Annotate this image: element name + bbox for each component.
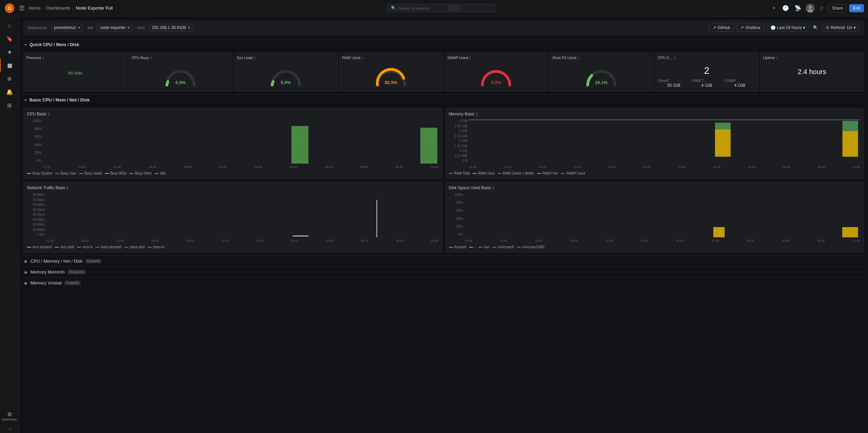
sidebar-item-home[interactable]: ⌂ <box>0 19 19 32</box>
busy-user-dot <box>55 173 59 174</box>
host-arrow-icon: ▾ <box>188 25 190 30</box>
legend-busy-other: Busy Other <box>129 171 152 175</box>
gauge-grid: Pressure ℹ No data CPU Busy ℹ <box>23 53 864 92</box>
network-basic-legend: recv docker0 recv eth0 recv lo trans doc… <box>27 245 439 249</box>
search-placeholder: Search or jump to... <box>399 6 431 10</box>
network-basic-y-axis: 80 Mb/s 70 Mb/s 60 Mb/s 50 Mb/s 40 Mb/s … <box>27 193 45 243</box>
avatar[interactable] <box>805 3 815 13</box>
sidebar-item-dashboards[interactable]: ▦ <box>0 59 19 72</box>
dashboard-toolbar: Datasource prometheus ▾ Job node exporte… <box>23 20 864 35</box>
history-icon[interactable]: 🕐 <box>781 3 790 13</box>
busy-iowait-dot <box>79 173 83 174</box>
recv-lo-dot <box>77 247 81 248</box>
collapsed3-badge: 4 panels <box>64 281 81 285</box>
refresh-icon: ↻ <box>826 25 829 30</box>
swap-info-icon[interactable]: ℹ <box>724 79 725 83</box>
topbar: G ☰ Home › Dashboards › Node Exporter Fu… <box>0 0 868 16</box>
toolbar-right: ↗ GitHub ↗ Grafana 🕐 Last 24 hours ▾ 🔍 ↻… <box>709 24 859 32</box>
sidebar-item-bookmarks[interactable]: 🔖 <box>0 32 19 45</box>
github-button[interactable]: ↗ GitHub <box>709 24 734 32</box>
administration-label: Administration <box>2 418 17 421</box>
rootf-info-icon[interactable]: ℹ <box>658 79 659 83</box>
legend-root: / <box>469 245 476 249</box>
pressure-info-icon[interactable]: ℹ <box>43 56 44 60</box>
disk-space-legend: /boot/efi / /run /run/user/0 <box>449 245 860 249</box>
ram-t-info-icon[interactable]: ℹ <box>691 79 692 83</box>
datasource-select[interactable]: prometheus ▾ <box>51 24 83 32</box>
cpu-basic-y-axis: 100% 80% 60% 40% 20% 0% <box>27 119 41 169</box>
quick-section-header[interactable]: ▾ Quick CPU / Mem / Disk <box>23 39 864 50</box>
busy-system-dot <box>27 173 31 174</box>
ram-t-value: 4 GiB <box>691 83 723 88</box>
zoom-out-icon[interactable]: 🔍 <box>812 24 819 31</box>
cpu-busy-title: CPU Busy ℹ <box>132 56 229 60</box>
memory-vmstat-section[interactable]: ▶ Memory Vmstat 4 panels <box>23 277 864 288</box>
legend-trans-lo: trans lo <box>148 245 164 249</box>
cpu-busy-info-icon[interactable]: ℹ <box>150 56 152 60</box>
share-button[interactable]: Share <box>828 4 846 12</box>
sidebar-item-starred[interactable]: ★ <box>0 45 19 59</box>
github-label: GitHub <box>718 25 730 30</box>
sidebar-item-explore[interactable]: ⊕ <box>0 72 19 85</box>
search-box[interactable]: 🔍 Search or jump to... ctrl+k <box>387 4 496 12</box>
swap-used-info-icon[interactable]: ℹ <box>469 56 471 60</box>
swap-used-gauge: 0.0% <box>448 61 545 88</box>
rootf-value: 35 GiB <box>658 83 690 88</box>
cpu-cores-info-icon[interactable]: ℹ <box>674 56 676 60</box>
legend-swap-used: SWAP Used <box>561 171 585 175</box>
svg-text:82.5%: 82.5% <box>385 80 397 85</box>
job-select[interactable]: node exporter ▾ <box>97 24 133 32</box>
legend-busy-irqs: Busy IRQs <box>105 171 127 175</box>
sys-load-card: Sys Load ℹ 0.0% <box>234 53 338 92</box>
hamburger-icon[interactable]: ☰ <box>18 3 26 13</box>
administration-icon: ⚙ <box>7 411 12 418</box>
sidebar-collapse-btn[interactable]: ◁ <box>0 424 19 433</box>
network-basic-card: Network Traffic Basic ℹ 80 Mb/s 70 Mb/s … <box>23 182 442 253</box>
grafana-label: Grafana <box>745 25 760 30</box>
refresh-button[interactable]: ↻ Refresh 1m ▾ <box>822 24 859 32</box>
grafana-button[interactable]: ↗ Grafana <box>737 24 764 32</box>
svg-point-4 <box>807 9 813 13</box>
svg-rect-17 <box>420 128 438 164</box>
trans-eth0-dot <box>124 247 128 248</box>
edit-button[interactable]: Edit <box>849 4 864 12</box>
sidebar-item-administration[interactable]: ⚙ Administration <box>0 408 19 424</box>
bookmarks-icon: 🔖 <box>6 36 13 42</box>
host-select[interactable]: 192.168.1.30:9100 ▾ <box>149 24 193 32</box>
cpu-memory-net-disk-section[interactable]: ▶ CPU / Memory / Net / Disk 8 panels <box>23 255 864 266</box>
svg-rect-27 <box>842 121 858 131</box>
memory-basic-chart-body: 12:00 14:00 16:00 18:00 20:00 22:00 00:0… <box>469 119 860 169</box>
cpu-basic-card: CPU Basic ℹ 100% 80% 60% 40% 20% 0% <box>23 108 442 179</box>
sidebar-item-alerting[interactable]: 🔔 <box>0 85 19 99</box>
ram-cache-dot <box>497 173 502 174</box>
search-shortcut: ctrl+k <box>448 5 459 11</box>
layout: ⌂ 🔖 ★ ▦ ⊕ 🔔 ⊞ ⚙ Administration ◁ <box>0 16 868 433</box>
breadcrumb-home[interactable]: Home <box>29 5 41 11</box>
legend-busy-system: Busy System <box>27 171 52 175</box>
network-basic-info-icon[interactable]: ℹ <box>67 185 68 190</box>
star-icon[interactable]: ☆ <box>818 3 825 13</box>
uptime-info-icon[interactable]: ℹ <box>776 56 778 60</box>
memory-basic-info-icon[interactable]: ℹ <box>476 112 478 116</box>
breadcrumb-dashboards[interactable]: Dashboards <box>46 5 70 11</box>
pressure-card: Pressure ℹ No data <box>23 53 127 92</box>
memory-meminfo-section[interactable]: ▶ Memory Meminfo 15 panels <box>23 266 864 277</box>
plus-icon[interactable]: ＋ <box>770 3 778 13</box>
swap-used-dot <box>561 173 565 174</box>
ram-used-info-icon[interactable]: ℹ <box>362 56 363 60</box>
breadcrumb: Home › Dashboards › Node Exporter Full <box>29 5 113 11</box>
basic-section-header[interactable]: ▾ Basic CPU / Mem / Net / Disk <box>23 94 864 105</box>
cpu-basic-info-icon[interactable]: ℹ <box>48 112 50 116</box>
cpu-basic-chart-wrapper: 100% 80% 60% 40% 20% 0% <box>27 119 439 169</box>
disk-space-info-icon[interactable]: ℹ <box>493 185 494 190</box>
time-range-selector[interactable]: 🕐 Last 24 hours ▾ <box>767 24 809 32</box>
sidebar-item-connections[interactable]: ⊞ <box>0 99 19 112</box>
legend-ram-free: RAM Free <box>537 171 558 175</box>
rootfs-used-info-icon[interactable]: ℹ <box>577 56 579 60</box>
run-user-1000-dot <box>517 247 521 248</box>
sidebar: ⌂ 🔖 ★ ▦ ⊕ 🔔 ⊞ ⚙ Administration ◁ <box>0 16 19 433</box>
connections-icon: ⊞ <box>7 102 12 109</box>
legend-trans-eth0: trans eth0 <box>124 245 145 249</box>
sys-load-info-icon[interactable]: ℹ <box>254 56 255 60</box>
news-icon[interactable]: 📡 <box>793 3 803 13</box>
